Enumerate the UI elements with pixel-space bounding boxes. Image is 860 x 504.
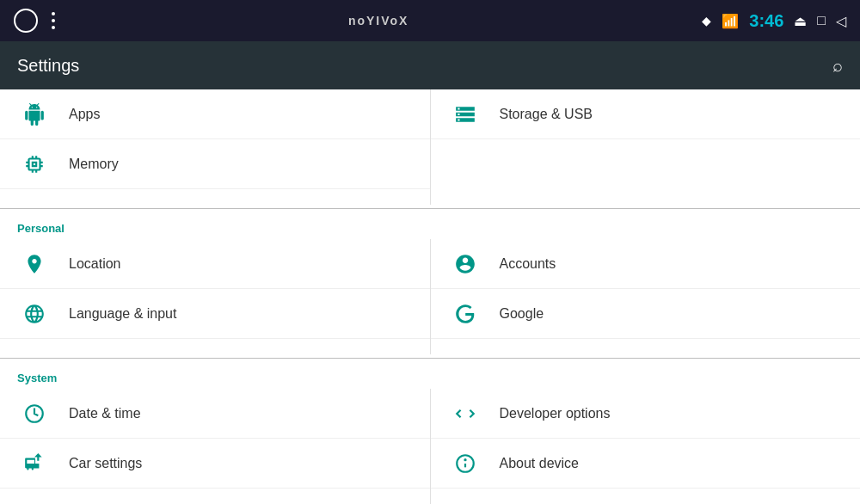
settings-item-memory[interactable]: Memory bbox=[0, 139, 430, 189]
android-icon bbox=[17, 97, 52, 132]
settings-item-about[interactable]: About device bbox=[431, 439, 861, 489]
personal-section: Location Language & input Accounts bbox=[0, 239, 860, 354]
settings-item-language[interactable]: Language & input bbox=[0, 289, 430, 339]
google-icon bbox=[448, 297, 482, 331]
accounts-icon bbox=[448, 247, 482, 281]
settings-item-storage[interactable]: Storage & USB bbox=[431, 89, 861, 139]
settings-item-apps[interactable]: Apps bbox=[0, 89, 430, 139]
datetime-icon bbox=[17, 396, 52, 431]
status-bar: noYIVoX ◆ 📶 3:46 ⏏ □ ◁ bbox=[0, 0, 860, 41]
app-logo: noYIVoX bbox=[348, 14, 409, 28]
system-header: System bbox=[0, 358, 430, 389]
settings-item-developer[interactable]: Developer options bbox=[431, 389, 861, 439]
personal-header-right bbox=[430, 208, 860, 239]
storage-label: Storage & USB bbox=[500, 107, 593, 122]
settings-item-car[interactable]: Car settings bbox=[0, 439, 430, 489]
storage-icon bbox=[448, 97, 482, 132]
search-button[interactable]: ⌕ bbox=[832, 56, 843, 76]
system-header-row: System bbox=[0, 358, 860, 389]
status-bar-right: ◆ 📶 3:46 ⏏ □ ◁ bbox=[702, 11, 846, 31]
settings-item-accounts[interactable]: Accounts bbox=[431, 239, 861, 289]
car-label: Car settings bbox=[69, 456, 142, 471]
square-icon: □ bbox=[817, 13, 826, 28]
system-left: Date & time Car settings bbox=[0, 389, 431, 504]
app-bar: Settings ⌕ bbox=[0, 41, 860, 89]
settings-content: Apps Memory Storage & USB bbox=[0, 89, 860, 504]
personal-left: Location Language & input bbox=[0, 239, 431, 354]
system-section: Date & time Car settings De bbox=[0, 389, 860, 504]
about-icon bbox=[448, 446, 482, 481]
google-label: Google bbox=[500, 306, 544, 322]
car-icon bbox=[17, 446, 52, 481]
language-label: Language & input bbox=[69, 306, 176, 322]
wifi-icon: 📶 bbox=[722, 13, 739, 29]
page-title: Settings bbox=[17, 56, 79, 76]
top-left-panel: Apps Memory bbox=[0, 89, 431, 205]
bluetooth-icon: ◆ bbox=[702, 14, 711, 28]
system-right: Developer options About device bbox=[431, 389, 861, 504]
personal-right: Accounts Google bbox=[431, 239, 861, 354]
apps-label: Apps bbox=[69, 107, 100, 122]
language-icon bbox=[17, 297, 52, 331]
eject-icon: ⏏ bbox=[794, 13, 807, 29]
settings-item-google[interactable]: Google bbox=[431, 289, 861, 339]
memory-icon bbox=[17, 147, 52, 181]
settings-item-datetime[interactable]: Date & time bbox=[0, 389, 430, 439]
location-label: Location bbox=[69, 256, 121, 272]
home-icon[interactable] bbox=[14, 9, 38, 33]
personal-header-row: Personal bbox=[0, 208, 860, 239]
back-icon: ◁ bbox=[836, 13, 846, 29]
datetime-label: Date & time bbox=[69, 406, 141, 421]
settings-item-location[interactable]: Location bbox=[0, 239, 430, 289]
about-label: About device bbox=[500, 456, 580, 471]
developer-label: Developer options bbox=[500, 406, 611, 421]
system-header-right bbox=[430, 358, 860, 389]
developer-icon bbox=[448, 396, 482, 431]
status-time: 3:46 bbox=[749, 11, 783, 31]
personal-header: Personal bbox=[0, 208, 430, 239]
status-bar-left bbox=[14, 9, 55, 33]
accounts-label: Accounts bbox=[500, 256, 556, 272]
top-section: Apps Memory Storage & USB bbox=[0, 89, 860, 205]
memory-label: Memory bbox=[69, 157, 119, 172]
menu-icon[interactable] bbox=[52, 12, 55, 29]
top-right-panel: Storage & USB bbox=[431, 89, 861, 205]
location-icon bbox=[17, 247, 52, 281]
